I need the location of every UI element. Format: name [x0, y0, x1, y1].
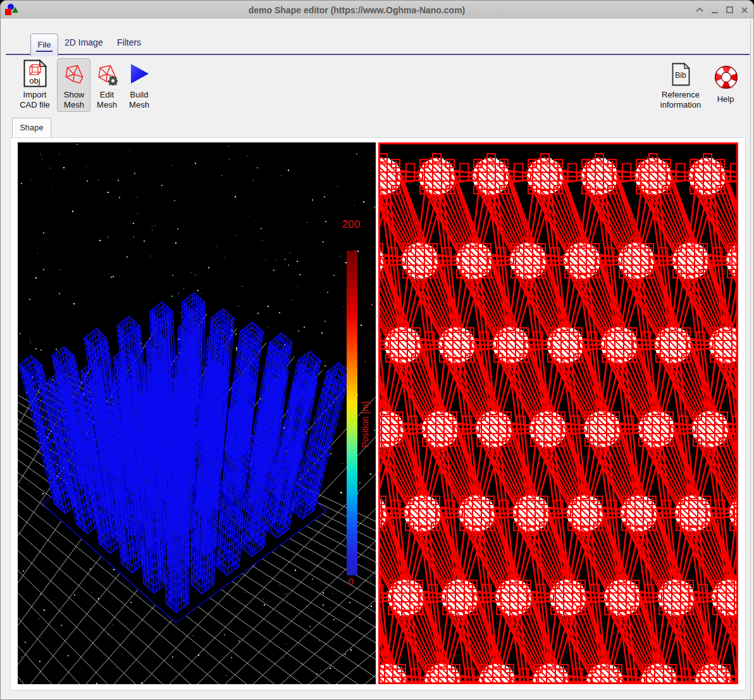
svg-text:Position [m]: Position [m]	[360, 401, 370, 447]
svg-text:0: 0	[349, 576, 354, 587]
svg-text:obj: obj	[29, 76, 40, 85]
svg-text:200: 200	[342, 218, 360, 230]
svg-text:Bib: Bib	[675, 71, 686, 80]
